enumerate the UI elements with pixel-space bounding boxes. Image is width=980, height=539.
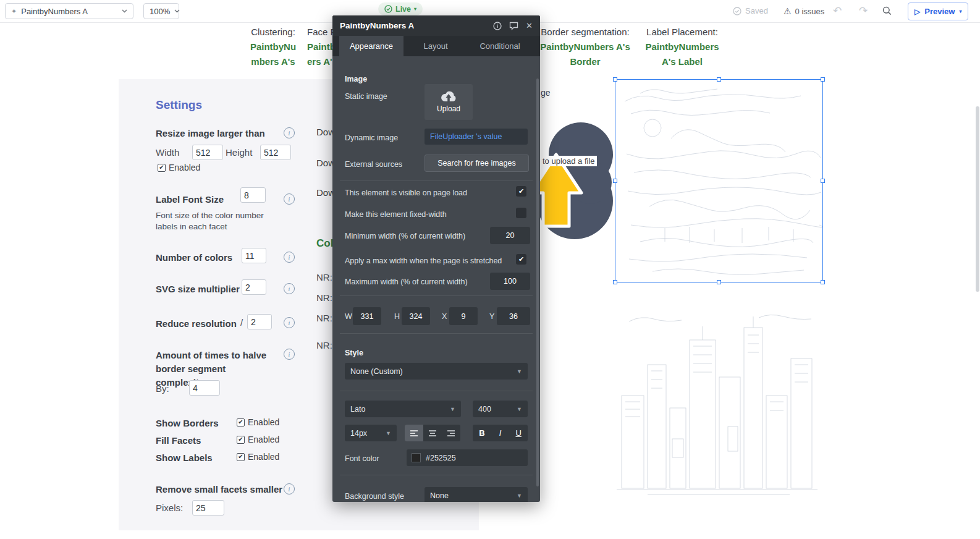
dynamic-expression: mbers A's [242,54,304,69]
caret-down-icon: ▼ [450,406,455,412]
align-right-icon [447,430,455,437]
style-dropdown[interactable]: None (Custom) ▼ [345,363,528,380]
max-width-input[interactable] [490,273,530,290]
max-width-toggle-checkbox[interactable]: ✔ [516,254,526,265]
selection-handle[interactable] [613,280,617,284]
element-selector-dropdown[interactable]: ✦ PaintbyNumbers A [5,3,133,19]
element-type-icon: ✦ [11,7,17,15]
align-right-button[interactable] [442,425,460,441]
info-icon[interactable]: i [284,252,295,263]
live-badge[interactable]: Live ▾ [378,2,423,15]
font-color-input[interactable]: #252525 [407,449,528,466]
undo-button[interactable]: ↶ [833,4,842,17]
reduce-resolution-input[interactable] [247,314,272,329]
selection-handle[interactable] [821,179,825,183]
panel-title-bar[interactable]: PaintbyNumbers A ✕ [332,15,540,36]
italic-button[interactable]: I [491,425,510,441]
bold-button[interactable]: B [473,425,491,441]
resize-enabled-checkbox[interactable]: ✔ Enabled [158,163,200,172]
height-input[interactable] [260,145,291,160]
tab-appearance[interactable]: Appearance [339,36,403,56]
search-button[interactable] [882,6,892,15]
live-check-icon [384,5,392,13]
underline-button[interactable]: U [509,425,528,441]
by-input[interactable] [189,380,220,396]
redo-button[interactable]: ↷ [859,4,868,17]
tab-layout[interactable]: Layout [403,36,468,56]
info-icon[interactable]: i [284,127,295,138]
selection-handle[interactable] [717,77,721,82]
w-input[interactable] [353,307,381,325]
tab-conditional[interactable]: Conditional [468,36,532,56]
background-style-label: Background style [345,491,404,501]
check-icon: ✔ [518,187,524,195]
align-center-button[interactable] [423,425,442,441]
zoom-dropdown[interactable]: 100% [143,3,179,19]
y-input[interactable] [497,307,530,325]
max-width-label: Maximum width (% of current width) [345,277,487,287]
show-borders-label: Show Borders [156,417,219,430]
dynamic-expression-text: FileUploader 's value [430,132,502,141]
style-section-label: Style [345,349,363,357]
fill-facets-label: Fill Facets [156,434,201,448]
fill-facets-checkbox[interactable]: ✔ Enabled [237,435,279,444]
info-icon[interactable]: i [284,283,295,294]
issues-indicator[interactable]: ⚠ 0 issues [784,6,824,16]
selection-handle[interactable] [821,77,825,82]
x-input[interactable] [449,307,478,325]
dynamic-expression: PaintbyNu [242,40,304,54]
search-free-images-button[interactable]: Search for free images [425,155,529,172]
info-icon[interactable]: i [284,317,295,328]
selection-handle[interactable] [717,280,721,284]
visible-on-load-checkbox[interactable]: ✔ [516,186,526,197]
selection-handle[interactable] [821,280,825,284]
background-style-dropdown[interactable]: None ▼ [425,487,528,502]
chevron-down-icon: ▾ [959,9,961,14]
settings-heading: Settings [156,98,202,112]
column-title: Label Placement: [635,25,729,40]
redo-icon: ↷ [859,4,868,17]
close-icon[interactable]: ✕ [526,21,533,30]
divider [340,391,533,391]
checkbox-label: Enabled [248,417,279,427]
comment-icon[interactable] [509,22,518,30]
x-label: X [442,312,447,321]
reduce-resolution-slash: / [240,317,243,328]
fixed-width-checkbox[interactable] [516,208,526,218]
min-width-label: Minimum width (% of current width) [345,231,487,241]
show-labels-checkbox[interactable]: ✔ Enabled [237,452,279,462]
pixels-input[interactable] [192,500,224,516]
canvas-column-face-clipped: Face F Paintb ers A' [307,25,332,69]
chevron-down-icon: ▾ [414,6,416,12]
divider [340,475,533,475]
font-size-dropdown[interactable]: 14px ▼ [345,425,397,441]
svg-multiplier-input[interactable] [242,279,266,295]
font-weight-value: 400 [478,405,491,414]
width-input[interactable] [192,145,223,160]
info-icon[interactable] [493,22,502,30]
text-style-group: B I U [473,425,528,441]
info-icon[interactable]: i [284,193,295,205]
info-icon[interactable]: i [284,349,295,360]
min-width-input[interactable] [490,227,530,244]
font-weight-dropdown[interactable]: 400 ▼ [473,401,528,417]
show-labels-label: Show Labels [156,451,213,465]
selection-handle[interactable] [613,77,617,82]
canvas-column-clustering: Clustering: PaintbyNu mbers A's [242,25,304,69]
number-of-colors-input[interactable] [242,248,266,263]
preview-button[interactable]: ▷ Preview ▾ [908,2,968,20]
upload-button[interactable]: Upload [425,84,473,120]
dynamic-image-label: Dynamic image [345,133,398,143]
selected-image-element[interactable] [615,79,823,282]
window-scrollbar[interactable] [976,106,979,292]
panel-scrollbar[interactable] [536,79,539,486]
font-family-dropdown[interactable]: Lato ▼ [345,401,461,417]
show-borders-checkbox[interactable]: ✔ Enabled [237,417,279,427]
info-icon[interactable]: i [284,483,295,494]
label-font-size-input[interactable] [240,187,266,203]
checkbox-label: Enabled [248,435,279,444]
paint-by-numbers-preview-image[interactable] [610,303,824,501]
h-input[interactable] [402,307,430,325]
align-left-button[interactable] [405,425,423,441]
dynamic-image-expression[interactable]: FileUploader 's value [425,129,528,145]
